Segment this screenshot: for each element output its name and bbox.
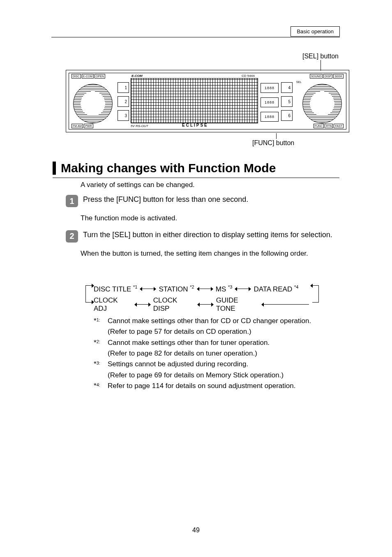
section-title-wrap: Making changes with Function Mode <box>53 161 339 178</box>
btn-func: FUNC <box>314 124 324 128</box>
arrow-icon <box>197 303 213 307</box>
btn-pwr: PWR <box>84 124 93 128</box>
btn-open: OPEN <box>95 74 105 79</box>
lcd-side-3: 1888 <box>261 112 279 122</box>
note-3: *3: Settings cannot be adjusted during r… <box>94 359 339 381</box>
arrow-icon <box>140 287 156 291</box>
right-knob <box>302 84 342 123</box>
btn-ecom: E-COM <box>82 74 94 79</box>
btn-6: 6 <box>281 110 293 121</box>
device-top-right-buttons: SOUND DISP SEEK <box>310 74 344 79</box>
page-number: 49 <box>0 527 392 534</box>
note-4: *4: Refer to page 114 for details on sou… <box>94 381 339 391</box>
btn-disp: DISP <box>323 74 332 79</box>
sel-label: SEL <box>296 81 302 83</box>
flow-disc-title: DISC TITLE *1 <box>94 284 137 294</box>
steps: 1 Press the [FUNC] button for less than … <box>66 195 339 259</box>
title-marker-icon <box>53 162 56 175</box>
header-category: Basic operation <box>291 26 340 37</box>
right-number-buttons: 4 5 6 <box>281 82 293 121</box>
step-2-head: Turn the [SEL] button in either directio… <box>83 230 339 240</box>
device-top-left-buttons: DISC E-COM OPEN <box>71 74 105 79</box>
footnotes: *1: Cannot make settings other than for … <box>94 316 339 391</box>
btn-2: 2 <box>118 96 129 107</box>
btn-rtn: RTN <box>325 124 333 128</box>
note-1-mark: *1: <box>94 316 108 337</box>
flow-data-read: DATA READ *4 <box>254 284 298 294</box>
flow-row-2: CLOCK ADJ CLOCK DISP GUIDE TONE <box>94 298 311 311</box>
note-1: *1: Cannot make settings other than for … <box>94 316 339 337</box>
left-number-buttons: 1 2 3 <box>118 82 129 121</box>
ecom-label: E-COM <box>131 74 143 78</box>
note-1-line-1: Cannot make settings other than for CD o… <box>108 316 339 326</box>
device-bottom-right-buttons: FUNC RTN FAST <box>314 124 344 128</box>
device-outer-frame: DISC E-COM OPEN SOUND DISP SEEK 1 2 3 E-… <box>69 73 346 129</box>
note-4-mark: *4: <box>94 381 108 391</box>
callout-sel-label: [SEL] button <box>302 53 339 60</box>
step-2-number: 2 <box>66 230 78 243</box>
callout-func-leader <box>276 133 277 139</box>
step-2: 2 Turn the [SEL] button in either direct… <box>66 230 339 243</box>
arrow-icon <box>235 287 251 291</box>
btn-fast: FAST <box>334 124 344 128</box>
btn-fmam: FM AM <box>71 124 83 128</box>
step-1: 1 Press the [FUNC] button for less than … <box>66 195 339 207</box>
btn-disc: DISC <box>71 74 81 79</box>
callout-func-label: [FUNC] button <box>252 139 294 147</box>
flow-row-1: DISC TITLE *1 STATION *2 MS *3 DATA READ… <box>94 283 311 295</box>
lineout-label: 5V RS-OUT <box>131 124 148 128</box>
note-4-line-1: Refer to page 114 for details on sound a… <box>108 381 339 391</box>
note-2: *2: Cannot make settings other than for … <box>94 337 339 359</box>
lcd-side-nums: 1888 1888 1888 <box>261 83 269 122</box>
step-1-head: Press the [FUNC] button for less than on… <box>83 195 339 204</box>
note-3-line-2: (Refer to page 69 for details on Memory … <box>108 370 339 381</box>
flow-clock-adj: CLOCK ADJ <box>94 296 132 313</box>
lcd-side-2: 1888 <box>261 97 279 107</box>
btn-1: 1 <box>118 82 129 93</box>
device-illustration: DISC E-COM OPEN SOUND DISP SEEK 1 2 3 E-… <box>66 70 349 132</box>
note-2-line-1: Cannot make settings other than for tune… <box>108 337 339 348</box>
step-2-desc: When the button is turned, the setting i… <box>81 248 339 259</box>
device-lcd <box>131 78 258 123</box>
step-1-desc: The function mode is activated. <box>81 213 339 224</box>
intro-text: A variety of settings can be changed. <box>81 181 195 189</box>
note-2-line-2: (Refer to page 82 for details on tuner o… <box>108 348 339 359</box>
btn-seek: SEEK <box>333 74 344 79</box>
arrow-icon <box>134 303 150 307</box>
model-label: CD 5444 <box>242 74 255 78</box>
flow-left-bracket <box>85 285 92 303</box>
note-3-line-1: Settings cannot be adjusted during recor… <box>108 359 339 370</box>
flow-diagram: DISC TITLE *1 STATION *2 MS *3 DATA READ… <box>94 283 311 311</box>
btn-5: 5 <box>281 96 293 107</box>
step-1-number: 1 <box>66 195 78 207</box>
flow-ms: MS *3 <box>216 284 233 294</box>
callout-sel-leader <box>321 60 321 71</box>
btn-3: 3 <box>118 110 129 121</box>
left-knob <box>73 84 113 123</box>
arrow-left-icon <box>261 303 309 307</box>
note-3-mark: *3: <box>94 359 108 381</box>
lcd-side-1: 1888 <box>261 83 279 93</box>
flow-right-bracket <box>312 285 319 303</box>
arrow-icon <box>197 287 213 291</box>
section-title: Making changes with Function Mode <box>61 161 276 175</box>
device-brand: ECLIPSE <box>182 123 208 127</box>
note-2-mark: *2: <box>94 337 108 359</box>
flow-guide-tone: GUIDE TONE <box>216 296 259 313</box>
header-rule <box>51 37 340 37</box>
flow-station: STATION *2 <box>159 284 194 294</box>
flow-clock-disp: CLOCK DISP <box>153 296 195 313</box>
btn-4: 4 <box>281 82 293 93</box>
device-bottom-left-buttons: FM AM PWR <box>71 124 93 128</box>
note-1-line-2: (Refer to page 57 for details on CD oper… <box>108 326 339 337</box>
btn-sound: SOUND <box>310 74 323 79</box>
